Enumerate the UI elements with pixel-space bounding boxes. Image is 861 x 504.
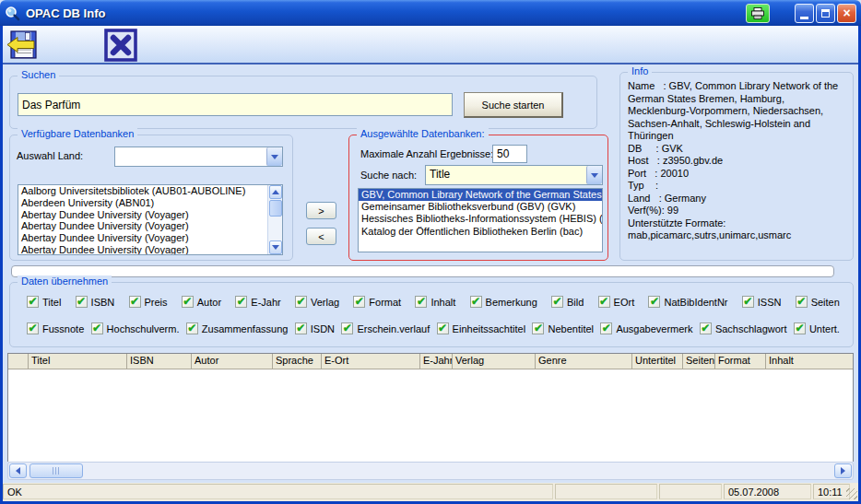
list-item[interactable]: Abertay Dundee University (Voyager) (18, 232, 267, 244)
info-line: Mecklenburg-Vorpommern, Niedersachsen, (628, 105, 849, 118)
table-header-cell[interactable]: Verlag (453, 354, 536, 369)
checkbox-item[interactable]: ✔NatBibIdentNr (648, 296, 727, 308)
info-line: Land : Germany (628, 193, 849, 205)
country-select-value (115, 147, 266, 166)
table-header-cell[interactable]: Untertitel (632, 354, 683, 369)
checkbox-item[interactable]: ✔Titel (27, 296, 61, 308)
list-item[interactable]: Aalborg Universitetsbibliotek (AUB01-AUB… (18, 185, 267, 197)
checkbox-item[interactable]: ✔ISBN (76, 296, 115, 308)
country-select-drop-button[interactable] (266, 147, 282, 166)
table-header-cell[interactable]: Seiten (683, 354, 715, 369)
checkbox-item[interactable]: ✔Fussnote (27, 322, 84, 334)
checkbox-item[interactable]: ✔Erschein.verlauf (341, 322, 430, 334)
list-item[interactable]: Gemeinsamer Bibliotheksverbund (GBV) (GV… (359, 201, 602, 213)
scroll-thumb[interactable] (29, 463, 83, 478)
table-header-cell[interactable]: E-Ort (322, 354, 420, 369)
checkbox-checked-icon: ✔ (182, 296, 194, 308)
checkbox-item[interactable]: ✔Zusammenfassung (186, 322, 289, 334)
checkbox-checked-icon: ✔ (794, 322, 806, 334)
selected-databases-group: Ausgewählte Datenbanken: Maximale Anzahl… (348, 135, 608, 261)
list-item[interactable]: Hessisches Bibliotheks-Informationssyste… (359, 213, 602, 225)
table-header-cell[interactable]: Genre (536, 354, 632, 369)
checkbox-label: Format (369, 297, 401, 308)
scroll-left-button[interactable] (9, 463, 27, 478)
checkbox-item[interactable]: ✔Verlag (295, 296, 339, 308)
available-list-rows: Aalborg Universitetsbibliotek (AUB01-AUB… (18, 185, 267, 254)
table-header-cell[interactable]: Inhalt (766, 354, 853, 369)
horizontal-scrollbar[interactable] (7, 462, 854, 480)
info-line: mab,picamarc,sutrs,unimarc,usmarc (628, 229, 849, 242)
move-right-button[interactable]: > (306, 202, 336, 219)
table-header-cell[interactable]: E-Jahr (420, 354, 453, 369)
checkbox-item[interactable]: ✔Autor (182, 296, 221, 308)
checkbox-item[interactable]: ✔ISSN (742, 296, 782, 308)
checkbox-item[interactable]: ✔Bemerkung (470, 296, 537, 308)
table-header-cell[interactable]: Titel (29, 354, 127, 369)
list-item[interactable]: Katalog der Öffentlichen Bibliotheken Be… (359, 226, 602, 238)
statusbar-panel (659, 484, 722, 499)
checkbox-checked-icon: ✔ (341, 322, 353, 334)
search-start-button[interactable]: Suche starten (464, 92, 563, 118)
checkbox-item[interactable]: ✔Ausgabevermerk (600, 322, 692, 334)
country-select[interactable] (114, 147, 283, 167)
scroll-up-button[interactable] (269, 185, 282, 199)
table-header-cell[interactable] (8, 354, 29, 369)
checkbox-item[interactable]: ✔Untert. (794, 322, 840, 334)
selected-databases-list[interactable]: GBV, Common Library Network of the Germa… (358, 188, 603, 252)
checkbox-item[interactable]: ✔EOrt (598, 296, 635, 308)
checkbox-item[interactable]: ✔Seiten (796, 296, 840, 308)
search-by-drop-button[interactable] (586, 166, 602, 184)
app-magnifier-icon (5, 6, 20, 21)
arrow-down-icon (272, 245, 279, 250)
opac-db-info-window: OPAC DB Info × (0, 0, 861, 504)
checkbox-item[interactable]: ✔E-Jahr (235, 296, 280, 308)
list-item[interactable]: Abertay Dundee University (Voyager) (18, 244, 267, 254)
status-time-panel: 10:11 (813, 484, 850, 499)
checkbox-item[interactable]: ✔Sachschlagwort (700, 322, 787, 334)
resize-grip[interactable] (846, 488, 857, 499)
statusbar-panel (555, 484, 657, 499)
list-item-selected[interactable]: GBV, Common Library Network of the Germa… (359, 189, 602, 201)
checkbox-item[interactable]: ✔Nebentitel (532, 322, 594, 334)
list-item[interactable]: Abertay Dundee University (Voyager) (18, 209, 267, 221)
checkbox-item[interactable]: ✔Einheitssachtitel (437, 322, 526, 334)
country-label: Auswahl Land: (17, 150, 83, 161)
move-left-button[interactable]: < (306, 228, 336, 245)
table-header-cell[interactable]: Sprache (273, 354, 322, 369)
window-titlebar: OPAC DB Info × (0, 0, 861, 26)
table-header-cell[interactable]: ISBN (127, 354, 192, 369)
search-input[interactable] (18, 93, 453, 116)
save-export-button[interactable] (6, 29, 40, 62)
print-button[interactable] (746, 4, 770, 23)
list-item[interactable]: Abertay Dundee University (Voyager) (18, 220, 267, 232)
close-button[interactable]: × (837, 4, 856, 23)
info-line: Unterstützte Formate: (628, 217, 849, 230)
checkbox-item[interactable]: ✔ISDN (295, 322, 335, 334)
max-results-input[interactable] (492, 145, 527, 163)
minimize-button[interactable] (795, 4, 814, 23)
list-item[interactable]: Aberdeen University (ABN01) (18, 197, 267, 209)
table-header-cell[interactable]: Autor (192, 354, 273, 369)
scroll-right-button[interactable] (834, 463, 852, 478)
checkbox-label: Fussnote (42, 323, 84, 334)
checkbox-checked-icon: ✔ (796, 296, 808, 308)
available-databases-list[interactable]: Aalborg Universitetsbibliotek (AUB01-AUB… (18, 184, 283, 255)
checkbox-checked-icon: ✔ (91, 322, 103, 334)
info-line: DB : GVK (628, 143, 849, 156)
checkbox-item[interactable]: ✔Format (353, 296, 401, 308)
checkbox-item[interactable]: ✔Hochschulverm. (91, 322, 180, 334)
checkbox-item[interactable]: ✔Preis (129, 296, 168, 308)
thumb-grip-icon (53, 467, 61, 475)
scroll-down-button[interactable] (269, 240, 282, 254)
maximize-icon (821, 9, 830, 18)
scroll-thumb[interactable] (269, 200, 282, 217)
checkbox-label: Nebentitel (548, 323, 594, 334)
available-list-scrollbar[interactable] (267, 185, 282, 254)
search-by-value: Title (426, 166, 586, 184)
checkbox-item[interactable]: ✔Inhalt (415, 296, 455, 308)
maximize-button[interactable] (816, 4, 835, 23)
close-window-button[interactable] (104, 29, 137, 62)
table-header-cell[interactable]: Format (715, 354, 766, 369)
checkbox-item[interactable]: ✔Bild (551, 296, 584, 308)
search-by-select[interactable]: Title (425, 165, 603, 185)
